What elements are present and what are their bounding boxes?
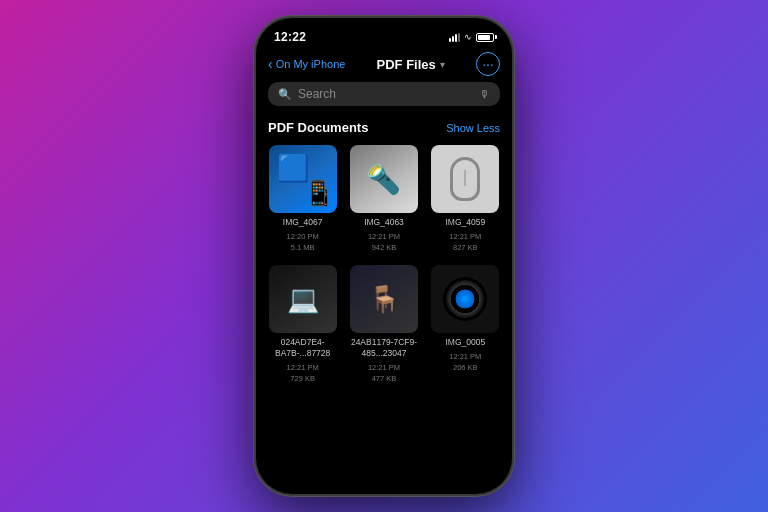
file-meta: 12:21 PM 729 KB [287,363,319,384]
list-item[interactable]: 💻 024AD7E4-BA7B-...87728 12:21 PM 729 KB [268,265,337,384]
ellipsis-icon: ··· [482,57,494,71]
file-name: IMG_4059 [445,217,485,228]
search-icon: 🔍 [278,88,292,101]
file-thumbnail [431,145,499,213]
section-title: PDF Documents [268,120,368,135]
file-meta: 12:21 PM 827 KB [449,232,481,253]
back-label: On My iPhone [276,58,346,70]
nav-title: PDF Files [377,57,436,72]
file-meta: 12:20 PM 5.1 MB [287,232,319,253]
battery-fill [478,35,490,40]
list-item[interactable]: 🔦 IMG_4063 12:21 PM 942 KB [349,145,418,253]
file-meta: 12:21 PM 942 KB [368,232,400,253]
vinyl-center [462,296,468,302]
file-thumbnail: 🔦 [350,145,418,213]
show-less-button[interactable]: Show Less [446,122,500,134]
list-item[interactable]: IMG_0005 12:21 PM 206 KB [431,265,500,384]
section-header: PDF Documents Show Less [256,116,512,145]
more-options-button[interactable]: ··· [476,52,500,76]
file-thumbnail: 💻 [269,265,337,333]
phone-frame: 12:22 ∿ ‹ On [254,16,514,496]
file-name: 024AD7E4-BA7B-...87728 [268,337,337,359]
dynamic-island [354,26,414,44]
file-name: IMG_4063 [364,217,404,228]
nav-bar: ‹ On My iPhone PDF Files ▾ ··· [256,48,512,82]
list-item[interactable]: 🪑 24AB1179-7CF9-485...23047 12:21 PM 477… [349,265,418,384]
vinyl-record [443,277,487,321]
file-thumbnail [431,265,499,333]
list-item[interactable]: 🟦 📱 IMG_4067 12:20 PM 5.1 MB [268,145,337,253]
phone-screen: 12:22 ∿ ‹ On [256,18,512,494]
file-meta: 12:21 PM 477 KB [368,363,400,384]
signal-icon [449,33,460,42]
file-name: IMG_0005 [445,337,485,348]
file-name: IMG_4067 [283,217,323,228]
list-item[interactable]: IMG_4059 12:21 PM 827 KB [431,145,500,253]
files-grid: 🟦 📱 IMG_4067 12:20 PM 5.1 MB 🔦 IMG_4063 [256,145,512,384]
search-input[interactable]: Search [298,87,473,101]
back-button[interactable]: ‹ On My iPhone [268,56,345,72]
status-icons: ∿ [449,32,494,42]
search-bar[interactable]: 🔍 Search 🎙 [268,82,500,106]
wifi-icon: ∿ [464,32,472,42]
file-meta: 12:21 PM 206 KB [449,352,481,373]
chevron-left-icon: ‹ [268,56,273,72]
battery-icon [476,33,494,42]
mic-icon[interactable]: 🎙 [479,88,490,100]
nav-title-area: PDF Files ▾ [377,57,445,72]
file-name: 24AB1179-7CF9-485...23047 [349,337,418,359]
file-thumbnail: 🟦 📱 [269,145,337,213]
nav-dropdown-icon[interactable]: ▾ [440,59,445,70]
phone-wrapper: 12:22 ∿ ‹ On [254,16,514,496]
file-thumbnail: 🪑 [350,265,418,333]
status-time: 12:22 [274,30,306,44]
mouse-shape [450,157,480,201]
